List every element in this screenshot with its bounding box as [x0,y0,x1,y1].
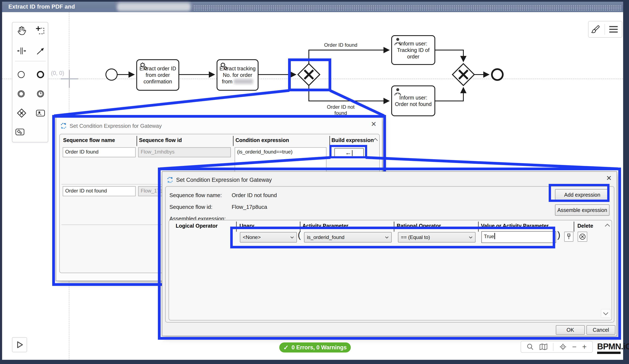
logo-underline [597,352,621,354]
service-task-gear-icon [139,61,149,72]
theme-brush-button[interactable] [589,23,603,35]
task-extract-tracking[interactable]: Extract tracking No. for order from [217,59,259,91]
origin-crosshair [69,70,70,88]
canvas-zoom-controls: − + [521,341,593,353]
tool-palette [12,22,48,142]
hamburger-menu-icon [609,26,618,33]
task-inform-tracking-id[interactable]: Inform user: Tracking ID of order [391,35,435,65]
annotation-expression-row-highlight [230,227,555,248]
space-tool-icon[interactable] [16,45,27,57]
redacted-title-text [117,3,191,11]
reset-viewport-icon[interactable] [559,343,567,350]
service-task-gear-icon [219,61,229,72]
task-extract-order-id[interactable]: Extract order ID from order confirmation [136,59,179,91]
zoom-out-button[interactable]: − [572,343,577,351]
create-gateway-icon[interactable] [16,107,27,119]
lasso-tool-icon[interactable] [35,25,46,37]
create-service-task-icon[interactable] [14,126,26,138]
user-task-person-icon [394,37,402,46]
window-title: Extract ID from PDF and [8,3,75,10]
create-end-event-icon[interactable] [35,69,46,81]
play-icon [15,340,24,349]
toolbar-divider [605,24,605,35]
palette-divider [15,61,46,61]
validation-text: 0 Errors, 0 Warnings [292,344,347,351]
task-inform-order-not-found[interactable]: Inform user: Order not found [391,86,435,116]
redacted-word [234,79,253,84]
canvas-toolbar [588,21,622,38]
flow-label-order-id-found: Order ID found [323,42,358,48]
check-icon: ✓ [283,344,289,351]
flow-label-order-id-not-found: Order ID not found [323,104,358,116]
logo-text: BPMN.iO [597,342,629,351]
bpmn-io-logo[interactable]: BPMN.iO [597,342,629,354]
minimap-icon[interactable] [539,344,547,350]
controls-divider [553,343,554,351]
hand-tool-icon[interactable] [16,25,27,37]
zoom-in-button[interactable]: + [582,343,587,351]
create-user-task-icon[interactable] [35,107,46,119]
bpmn-editor-window: (0, 0) Extract ID from PDF and [0,0,629,364]
origin-label: (0, 0) [51,70,64,77]
global-connect-tool-icon[interactable] [35,45,46,57]
annotation-build-button-highlight [329,145,367,158]
menu-button[interactable] [606,23,621,35]
search-icon[interactable] [527,343,534,350]
play-button[interactable] [12,337,27,352]
annotation-gateway-highlight [288,58,331,91]
create-start-event-icon[interactable] [15,69,27,81]
annotation-add-expression-highlight [549,184,610,202]
create-timer-event-icon[interactable] [35,88,46,100]
user-task-person-icon [394,88,402,97]
window-title-bar[interactable]: Extract ID from PDF and [2,2,623,12]
titlebar-drag-texture [193,5,621,10]
create-intermediate-event-icon[interactable] [15,88,27,100]
validation-status-badge[interactable]: ✓ 0 Errors, 0 Warnings [279,342,351,353]
brush-icon [591,24,601,34]
